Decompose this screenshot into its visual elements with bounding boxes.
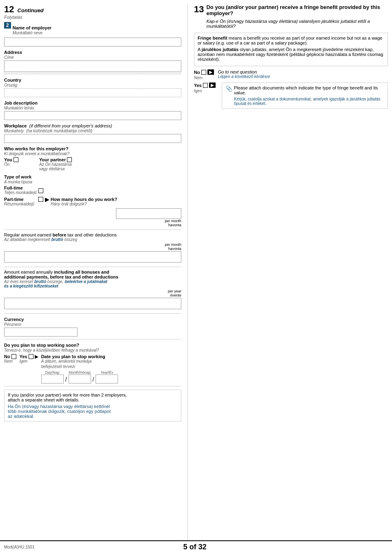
workplace-input[interactable] [4,134,181,143]
currency-sublabel: Pénznem [4,322,181,327]
no-label: No [4,354,10,359]
yes-checkbox-right[interactable] [203,83,208,88]
if-note-line3: Ha Ön (és/vagy házastársa vagy élettársa… [8,404,178,409]
yes-arrow: ▶ [35,355,38,359]
address-input[interactable] [4,60,181,72]
divider-2 [4,267,181,267]
regular-amount-sublabel: Az általában megkeresett bruttó összeg [4,237,181,242]
attach-sublabel: Kérjük, csatolja azokat a dokumentumokat… [234,97,384,106]
page: 12 Continued Folytatás 2 Name of employe… [0,0,392,553]
right-column: 13 Do you (and/or your partner) receive … [188,4,388,540]
annual-amount-per-year: per yearévente [4,289,181,297]
question-13-sublabel: Kap-e Ön (és/vagy házastársa vagy élettá… [206,19,388,29]
full-time-label: Full-time [4,185,37,190]
attach-row: 📎 Please attach documents which indicate… [225,85,384,106]
question-2-row: 2 Name of employer Munkáltató neve [4,22,181,36]
currency-input[interactable] [4,328,78,337]
day-input[interactable] [41,375,64,384]
yes-checkbox[interactable] [29,354,33,359]
day-field: Day/Nap [41,370,64,384]
no-sublabel: Nem [194,76,203,80]
jarulekos-bold: járulékos juttatás [202,47,238,52]
part-time-checkbox[interactable] [38,197,43,202]
paperclip-icon: 📎 [225,85,232,92]
month-input[interactable] [69,375,91,384]
your-partner-sublabel2: vagy élettársa [39,167,72,171]
workplace-label-italic: (if different from your employer's addre… [29,123,112,128]
right-section-number: 13 [194,4,204,15]
month-field: Month/Hónap [69,370,91,384]
job-desc-label: Job description [4,100,181,105]
yes-sublabel: Igen [20,359,38,363]
stop-working-label: Do you plan to stop working soon? [4,343,181,348]
no-checkbox[interactable] [11,354,16,359]
if-note-line1: If you (and/or your partner) work for mo… [8,392,178,397]
main-content: 12 Continued Folytatás 2 Name of employe… [0,0,392,540]
your-partner-section: Your partner Az Ön házastársa vagy élett… [39,157,72,171]
part-time-label-group: Part-time Részmunkaidejű [4,197,37,207]
yes-sublabel-right: Igen [194,89,202,93]
name-employer-input[interactable] [4,38,181,47]
part-time-hours-input[interactable] [116,208,181,219]
month-label: Month/Hónap [69,370,91,375]
your-partner-checkbox[interactable] [67,157,72,162]
you-checkbox[interactable] [13,157,18,162]
attach-text-group: Please attach documents which indicate t… [234,85,384,106]
date-divider-1: / [65,376,67,383]
annual-amount-input[interactable] [4,298,181,309]
currency-label: Currency [4,317,181,322]
yes-checkbox-row: Yes ▶ [20,354,38,359]
currency-section: Currency Pénznem [4,317,181,337]
yes-item: Yes ▶ Igen [194,83,216,93]
you-sublabel: Ön [4,162,37,167]
regular-amount-per-month: per monthhavonta [4,243,181,251]
job-desc-sublabel: Munkaköri leírás [4,106,181,110]
left-header: 12 Continued Folytatás [4,4,181,20]
stop-working-section: Do you plan to stop working soon? Tervez… [4,343,181,384]
jarulekos-def: A járulékos juttatás olyan juttatás, ame… [198,47,384,62]
no-label: No [194,70,200,75]
section-subtitle: Folytatás [4,15,181,20]
fringe-benefit-def: Fringe benefit means a benefit you recei… [198,36,384,45]
yes-section: Yes ▶ Igen [20,354,38,364]
question-13-text: Do you (and/or your partner) receive a f… [206,4,388,16]
you-checkbox-row: You [4,157,37,162]
a-prefix: A [198,47,202,52]
date-fields-row: Day/Nap / Month/Hónap / Year/Év [41,370,118,384]
how-many-sublabel: Hány órát dolgozik? [51,202,117,206]
divider-1 [4,230,181,230]
country-input[interactable] [4,88,181,97]
no-section: No Nem [4,354,16,364]
date-stop-section: Date you plan to stop working A dátum, a… [41,354,118,384]
address-label: Address [4,50,181,55]
type-work-sublabel: A munka típusa [4,180,181,184]
name-employer-label: Name of employer [13,25,51,30]
part-time-input-container: per month havonta [4,208,181,227]
part-time-arrow: ▶ [45,197,49,202]
if-note-box: If you (and/or your partner) work for mo… [4,390,181,421]
no-checkbox-right[interactable] [201,70,206,75]
footer: Mod(iA)HU.1501 5 of 32 [0,540,392,553]
date-label: Date you plan to stop working [41,354,118,359]
country-sublabel: Ország [4,83,181,87]
date-divider-2: / [93,376,94,383]
workplace-sublabel-italic: (ha különbözik munkáltatója címétől) [26,129,92,133]
no-item: No ▶ Nem [194,69,214,80]
go-to-sublabel: Lépjen a következő kérdésre [218,74,270,79]
year-input[interactable] [96,375,118,384]
go-to-next: Go to next question Lépjen a következő k… [218,69,270,79]
part-time-label: Part-time [4,197,37,202]
year-field: Year/Év [96,370,118,384]
job-desc-input[interactable] [4,111,181,120]
yes-label-right: Yes [194,83,202,88]
your-partner-label: Your partner [39,157,66,162]
full-time-sublabel: Teljes munkaidejű [4,190,37,195]
left-column: 12 Continued Folytatás 2 Name of employe… [4,4,188,540]
section-title: Continued [18,7,44,13]
you-section: You Ön [4,157,37,167]
no-checkbox-row: No [4,354,16,359]
no-yes-row: No ▶ Nem Go to next question Lépjen a kö… [194,69,388,80]
full-time-checkbox[interactable] [38,188,43,193]
yes-row: Yes ▶ Igen 📎 Please attach documents whi… [194,83,388,109]
regular-amount-input[interactable] [4,251,181,263]
